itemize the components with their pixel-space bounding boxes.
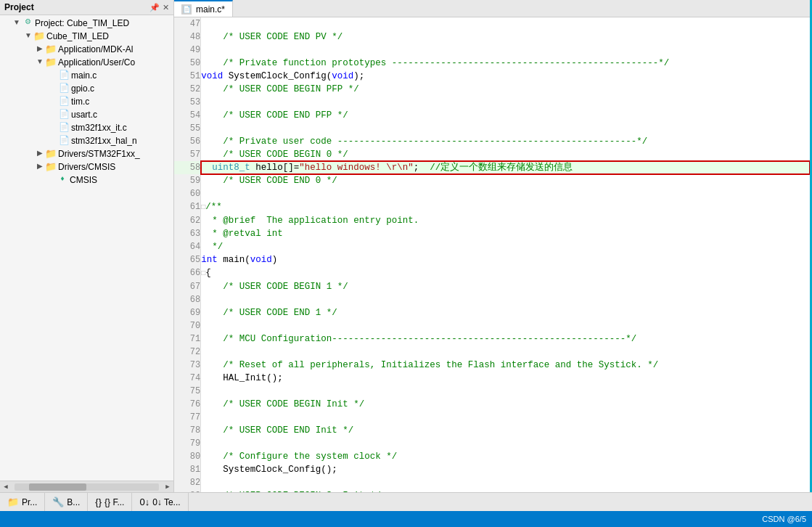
line-number: 69 [174, 306, 201, 319]
tree-item-gpio[interactable]: 📄 gpio.c [0, 82, 173, 95]
table-row: 72 [174, 346, 810, 359]
line-number: 64 [174, 240, 201, 253]
table-row: 81 SystemClock_Config(); [174, 463, 810, 476]
bottom-tab-label: Pr... [22, 497, 37, 507]
templates-tab-icon: 0↓ [139, 497, 149, 507]
pin-icon[interactable]: 📌 [149, 3, 160, 12]
line-content: /* USER CODE END Init */ [201, 424, 810, 437]
line-number: 79 [174, 437, 201, 450]
line-number: 52 [174, 83, 201, 96]
close-icon[interactable]: ✕ [163, 3, 169, 12]
line-number: 73 [174, 359, 201, 372]
line-number: 74 [174, 372, 201, 385]
line-number: 75 [174, 385, 201, 398]
tree-item-mdk[interactable]: ▶ 📁 Application/MDK-Al [0, 43, 173, 56]
bottom-tab-functions[interactable]: {} {} F... [88, 493, 132, 511]
line-content: * @brief The application entry point. [201, 214, 810, 227]
table-row: 80 /* Configure the system clock */ [174, 450, 810, 463]
line-number: 67 [174, 280, 201, 293]
sidebar-scrollbar[interactable]: ◀ ▶ [0, 481, 173, 492]
line-number: 48 [174, 30, 201, 44]
tree-item-cube[interactable]: ▼ 📁 Cube_TIM_LED [0, 30, 173, 43]
expand-icon[interactable]: ▼ [23, 31, 33, 41]
tree-label: CMSIS [70, 175, 97, 185]
table-row: 66 □{ [174, 266, 810, 280]
line-content: □{ [201, 266, 810, 280]
expand-icon[interactable]: ▶ [35, 44, 45, 54]
expand-icon[interactable]: ▼ [12, 18, 22, 28]
line-number: 65 [174, 253, 201, 266]
bottom-tab-project[interactable]: 📁 Pr... [0, 493, 45, 511]
line-content [201, 44, 810, 57]
line-number: 62 [174, 214, 201, 227]
table-row: 69 /* USER CODE END 1 */ [174, 306, 810, 319]
scroll-left-arrow[interactable]: ◀ [0, 481, 12, 493]
line-number: 47 [174, 17, 201, 30]
scroll-right-arrow[interactable]: ▶ [162, 481, 173, 493]
editor-tab-bar: 📄 main.c* [174, 0, 810, 17]
line-content: /* Private user code -------------------… [201, 135, 810, 148]
table-row: 52 /* USER CODE BEGIN PFP */ [174, 83, 810, 96]
tree-item-usart[interactable]: 📄 usart.c [0, 108, 173, 121]
table-row: 75 [174, 385, 810, 398]
project-icon: ⚙ [22, 17, 33, 29]
table-row: 62 * @brief The application entry point. [174, 214, 810, 227]
bottom-tab-build[interactable]: 🔧 B... [45, 493, 88, 511]
table-row: 47 [174, 17, 810, 30]
expand-icon[interactable]: ▶ [35, 149, 45, 159]
line-content [201, 122, 810, 135]
line-number: 57 [174, 148, 201, 161]
table-row: 79 [174, 437, 810, 450]
tree-label: Project: Cube_TIM_LED [35, 18, 129, 28]
line-number: 68 [174, 293, 201, 306]
line-content: int main(void) [201, 253, 810, 266]
line-number: 61 [174, 200, 201, 214]
code-table: 47 48 /* USER CODE END PV */ 49 [174, 17, 810, 492]
bottom-tab-label: {} F... [104, 497, 124, 507]
tree-item-user[interactable]: ▼ 📁 Application/User/Co [0, 56, 173, 69]
code-area[interactable]: 47 48 /* USER CODE END PV */ 49 [174, 17, 810, 492]
table-row: 68 [174, 293, 810, 306]
scroll-track[interactable] [15, 483, 159, 491]
tree-item-root[interactable]: ▼ ⚙ Project: Cube_TIM_LED [0, 17, 173, 30]
folder-icon: 📁 [45, 161, 57, 173]
line-content: SystemClock_Config(); [201, 463, 810, 476]
table-row: 60 [174, 187, 810, 200]
table-row-highlighted: 58 uint8_t hello[]="hello windows! \r\n"… [174, 161, 810, 174]
tree-item-stm32-it[interactable]: 📄 stm32f1xx_it.c [0, 121, 173, 134]
line-content [201, 96, 810, 109]
tree-item-tim[interactable]: 📄 tim.c [0, 95, 173, 108]
line-number: 71 [174, 332, 201, 346]
tree-label: Application/User/Co [58, 57, 135, 68]
line-number: 70 [174, 319, 201, 332]
folder-icon: 📁 [45, 57, 57, 68]
line-number: 83 [174, 489, 201, 492]
table-row: 59 /* USER CODE END 0 */ [174, 174, 810, 187]
tree-label: gpio.c [71, 83, 94, 94]
table-row: 54 /* USER CODE END PFP */ [174, 109, 810, 122]
tab-label: main.c* [196, 4, 225, 15]
bottom-tab-templates[interactable]: 0↓ 0↓ Te... [132, 493, 188, 511]
diamond-icon: ♦ [57, 174, 68, 186]
tree-label: stm32f1xx_it.c [71, 123, 127, 133]
editor-tab-main[interactable]: 📄 main.c* [174, 0, 233, 17]
status-bar: CSDN @6/5 [0, 511, 812, 527]
tab-file-icon: 📄 [181, 4, 192, 15]
line-number: 81 [174, 463, 201, 476]
table-row: 53 [174, 96, 810, 109]
line-number: 51 [174, 70, 201, 83]
table-row: 65 int main(void) [174, 253, 810, 266]
expand-icon[interactable]: ▶ [35, 162, 45, 172]
tree-item-cmsis[interactable]: ♦ CMSIS [0, 173, 173, 187]
tree-item-main[interactable]: 📄 main.c [0, 69, 173, 82]
expand-icon[interactable]: ▼ [35, 57, 45, 68]
tree-item-drivers-cmsis[interactable]: ▶ 📁 Drivers/CMSIS [0, 160, 173, 173]
line-content [201, 385, 810, 398]
folder-icon: 📁 [45, 44, 57, 55]
tree-item-drivers-stm32[interactable]: ▶ 📁 Drivers/STM32F1xx_ [0, 147, 173, 160]
tree-item-stm32-hal[interactable]: 📄 stm32f1xx_hal_n [0, 134, 173, 147]
line-content [201, 411, 810, 424]
line-content: * @retval int [201, 227, 810, 240]
file-icon: 📄 [58, 96, 70, 107]
line-number: 49 [174, 44, 201, 57]
